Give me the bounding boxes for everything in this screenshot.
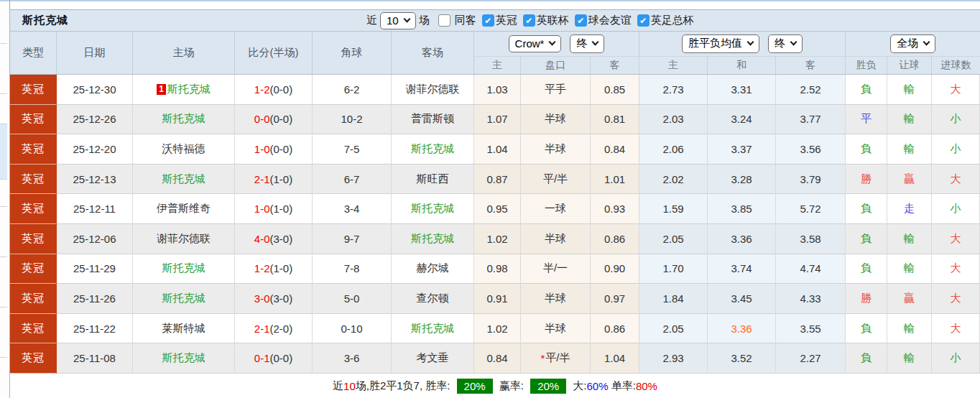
half-time-score: (0-0): [270, 83, 293, 96]
cell-home-team[interactable]: 1 斯托克城: [133, 75, 235, 105]
cell-league-type: 英冠: [10, 134, 57, 165]
cell-away-team[interactable]: 谢菲尔德联: [392, 75, 474, 105]
subcol-avg-home: 主: [639, 56, 708, 74]
cell-avg-away: 3.77: [776, 105, 846, 135]
checked-checkbox[interactable]: ✔: [637, 14, 650, 27]
chevron-down-icon: [403, 15, 410, 22]
cell-avg-away: 3.55: [776, 314, 846, 344]
table-row: 英冠 25-11-29 斯托克城 1-2(1-0) 7-8 赫尔城 0.98 半…: [10, 254, 980, 284]
summary-segment: 60%: [587, 380, 609, 392]
cell-league-type: 英冠: [10, 284, 57, 314]
checked-checkbox[interactable]: ✔: [482, 14, 494, 27]
summary-segment: 80%: [636, 380, 657, 392]
summary-segment: 赢率:: [496, 379, 527, 393]
cell-league-type: 英冠: [10, 75, 57, 105]
cell-avg-away: 2.27: [776, 343, 846, 374]
page-top-border: [0, 0, 980, 1]
cell-result-wdl: 負: [846, 224, 887, 254]
checked-checkbox[interactable]: ✔: [575, 14, 587, 27]
cell-away-team[interactable]: 斯旺西: [392, 165, 474, 195]
cell-away-team[interactable]: 斯托克城: [392, 134, 474, 165]
handicap-value: 一球: [545, 202, 566, 216]
odds-time-select[interactable]: 终: [570, 34, 604, 53]
cell-score: 1-0(0-0): [235, 134, 313, 165]
avg-odds-select[interactable]: 胜平负均值: [682, 34, 759, 53]
full-time-score: 2-1: [254, 323, 270, 335]
cell-avg-home: 2.03: [639, 105, 708, 135]
table-row: 英冠 25-12-26 斯托克城 0-0(0-0) 10-2 普雷斯顿 1.07…: [10, 105, 980, 135]
cell-result-wdl: 平: [846, 105, 887, 135]
cell-away-team[interactable]: 斯托克城: [392, 314, 474, 344]
cell-away-team[interactable]: 查尔顿: [392, 284, 474, 314]
cell-home-team[interactable]: 斯托克城: [133, 343, 235, 374]
cell-avg-draw: 3.85: [708, 194, 776, 224]
cell-result-goals: 小: [932, 194, 980, 224]
cell-league-type: 英冠: [10, 314, 57, 344]
chevron-down-icon: [790, 39, 798, 46]
recent-count-select[interactable]: 10: [380, 12, 416, 29]
cell-away-team[interactable]: 普雷斯顿: [392, 105, 474, 135]
result-scope-value: 全场: [897, 37, 918, 50]
cell-away-team[interactable]: 斯托克城: [392, 194, 474, 224]
half-time-score: (1-0): [270, 262, 293, 274]
odds-company-select[interactable]: Crow*: [509, 35, 562, 52]
home-team-name: 斯托克城: [162, 262, 205, 275]
league-filter-group: 同客✔英冠✔英联杯✔球会友谊✔英足总杯: [433, 14, 694, 27]
cell-home-team[interactable]: 斯托克城: [133, 284, 235, 314]
away-team-name: 斯托克城: [411, 202, 454, 216]
checked-checkbox[interactable]: ✔: [523, 14, 535, 27]
cell-home-team[interactable]: 斯托克城: [133, 105, 235, 135]
cell-score: 1-2(1-0): [235, 254, 313, 284]
full-time-score: 1-0: [254, 143, 270, 155]
half-time-score: (0-0): [270, 113, 293, 125]
filter-label: 英冠: [496, 14, 517, 27]
table-body: 英冠 25-12-30 1 斯托克城 1-2(0-0) 6-2 谢菲尔德联 1.…: [10, 75, 980, 374]
handicap-star: *: [540, 352, 545, 364]
result-scope-select[interactable]: 全场: [890, 34, 935, 53]
subcol-avg-away: 客: [776, 56, 846, 74]
cell-home-team[interactable]: 斯托克城: [133, 254, 235, 284]
cell-avg-home: 2.02: [639, 165, 708, 195]
half-time-score: (0-0): [270, 143, 293, 155]
cell-result-handicap: 輸: [887, 314, 932, 344]
handicap-value: 半球: [545, 232, 566, 246]
cell-avg-away: 4.33: [776, 284, 846, 314]
cell-home-team[interactable]: 沃特福德: [133, 134, 235, 165]
table-row: 英冠 25-12-30 1 斯托克城 1-2(0-0) 6-2 谢菲尔德联 1.…: [10, 75, 980, 105]
cell-avg-home: 1.59: [639, 194, 708, 224]
cell-home-team[interactable]: 伊普斯维奇: [133, 194, 235, 224]
page-edge-artifact: [0, 357, 7, 358]
chevron-down-icon: [549, 39, 556, 46]
cell-home-team[interactable]: 斯托克城: [133, 165, 235, 195]
chevron-down-icon: [747, 39, 754, 46]
subcol-avg-draw: 和: [708, 56, 776, 74]
panel-title-bar: 斯托克城 近 10 场 同客✔英冠✔英联杯✔球会友谊✔英足总杯: [10, 10, 980, 32]
cell-away-team[interactable]: 考文垂: [392, 343, 474, 374]
handicap-value: 平/半: [545, 351, 570, 365]
cell-home-team[interactable]: 谢菲尔德联: [133, 224, 235, 254]
summary-segment: 近: [333, 379, 343, 393]
odds-time-value: 终: [576, 37, 587, 50]
page-edge-artifact: [0, 43, 7, 44]
cell-corners: 7-8: [313, 254, 392, 284]
cell-odds-away: 0.81: [591, 105, 639, 135]
cell-odds-away: 0.84: [591, 134, 639, 165]
filter-controls: 近 10 场 同客✔英冠✔英联杯✔球会友谊✔英足总杯: [364, 10, 694, 31]
cell-result-wdl: 負: [846, 343, 887, 374]
cell-away-team[interactable]: 赫尔城: [392, 254, 474, 284]
cell-result-goals: 大: [932, 284, 980, 314]
unchecked-checkbox[interactable]: [438, 14, 450, 27]
cell-odds-away: 1.01: [591, 165, 639, 195]
cell-result-goals: 大: [932, 224, 980, 254]
avg-time-select[interactable]: 终: [768, 34, 803, 53]
cell-result-handicap: 輸: [887, 105, 932, 135]
cell-avg-draw: 3.74: [708, 254, 776, 284]
cell-home-team[interactable]: 莱斯特城: [133, 314, 235, 344]
page-edge-artifact: [0, 256, 7, 257]
cell-score: 1-2(0-0): [235, 75, 313, 105]
odds-company-group: Crow* 终: [474, 32, 639, 56]
cell-avg-home: 2.05: [639, 314, 708, 344]
cell-league-type: 英冠: [10, 224, 57, 254]
cell-away-team[interactable]: 斯托克城: [392, 224, 474, 254]
cell-avg-away: 2.52: [776, 75, 846, 105]
